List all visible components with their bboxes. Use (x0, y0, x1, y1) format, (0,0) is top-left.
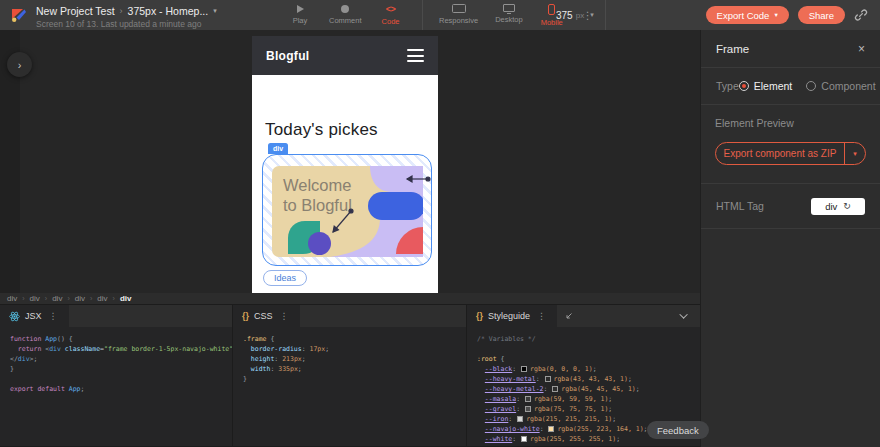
refresh-icon[interactable]: ↻ (843, 201, 851, 211)
selected-element-frame[interactable]: Welcome to Blogful (262, 154, 432, 266)
mode-label: Code (382, 17, 400, 26)
type-label: Type (716, 80, 739, 92)
tab-css[interactable]: {} CSS ⋮ (233, 305, 300, 327)
comment-icon (341, 5, 349, 13)
color-swatch (525, 396, 531, 402)
code-line: return <div className="frame border-1-5p… (10, 344, 232, 354)
device-desktop[interactable]: Desktop (495, 4, 523, 27)
device-label: Desktop (495, 15, 523, 24)
device-responsive[interactable]: Responsive (439, 4, 478, 27)
site-title: Blogful (266, 49, 309, 63)
link-icon[interactable] (854, 8, 868, 22)
color-swatch (521, 366, 527, 372)
code-icon: <> (386, 5, 396, 14)
code-line: width: 335px; (243, 364, 466, 374)
view-mode-switcher: PlayComment<>Code (288, 0, 421, 30)
tab-styleguide[interactable]: {} Styleguide ⋮ (467, 305, 557, 327)
code-line: :root { (477, 354, 700, 364)
mode-label: Play (293, 16, 308, 25)
kebab-menu-icon[interactable]: ⋮ (278, 311, 291, 321)
mode-code[interactable]: <>Code (379, 5, 403, 26)
mobile-icon (548, 4, 555, 15)
type-radio-component[interactable]: Component (806, 80, 875, 92)
hamburger-menu-icon[interactable] (407, 49, 424, 62)
code-line: --heavy-metal: rgba(43, 43, 43, 1); (477, 374, 700, 384)
kebab-menu-icon[interactable]: ⋮ (47, 311, 60, 321)
type-radio-group: ElementComponent (739, 80, 876, 92)
share-button[interactable]: Share (798, 6, 845, 24)
color-swatch (552, 386, 558, 392)
color-swatch (517, 416, 523, 422)
breadcrumb-item[interactable]: div (75, 294, 85, 303)
viewport-width-dropdown[interactable]: 375 px ▾ (556, 0, 594, 30)
code-line: } (10, 364, 232, 374)
tab-jsx[interactable]: JSX ⋮ (0, 305, 69, 327)
braces-icon: {} (242, 311, 249, 321)
screen-status: Screen 10 of 13. Last updated a minute a… (36, 19, 217, 29)
collapse-icon[interactable] (564, 312, 573, 321)
html-tag-label: HTML Tag (716, 200, 811, 212)
code-line (477, 344, 700, 354)
ideas-button[interactable]: Ideas (263, 270, 307, 286)
html-tag-input[interactable]: div ↻ (811, 198, 865, 215)
mode-comment[interactable]: Comment (329, 5, 362, 25)
chevron-down-icon[interactable] (679, 310, 687, 318)
page-name[interactable]: 375px - Homep... (128, 5, 209, 17)
react-icon (9, 311, 20, 322)
code-line: /* Variables */ (477, 334, 700, 344)
annotation-arrows (263, 155, 433, 267)
code-line: --black: rgba(0, 0, 0, 1); (477, 364, 700, 374)
jsx-code: function App() { return <div className="… (0, 327, 232, 394)
type-radio-element[interactable]: Element (739, 80, 793, 92)
viewport-width-value: 375 (556, 10, 573, 21)
project-name[interactable]: New Project Test (36, 5, 115, 17)
export-code-button[interactable]: Export Code ▾ (706, 6, 789, 24)
feedback-button[interactable]: Feedback (647, 421, 709, 439)
responsive-icon (452, 4, 466, 13)
code-line: --masala: rgba(59, 59, 59, 1); (477, 394, 700, 404)
color-swatch (548, 426, 554, 432)
code-line: .frame { (243, 334, 466, 344)
chevron-down-icon: ▾ (590, 11, 594, 19)
radio-label: Component (821, 80, 875, 92)
radio-icon (739, 81, 749, 91)
chevron-right-icon: › (18, 59, 22, 71)
chevron-down-icon[interactable]: ▾ (213, 7, 217, 15)
close-icon[interactable]: × (858, 42, 865, 56)
jsx-panel: JSX ⋮ function App() { return <div class… (0, 305, 232, 446)
expand-panel-button[interactable]: › (7, 52, 32, 77)
color-swatch (525, 406, 531, 412)
viewport-width-unit: px (576, 11, 584, 20)
mode-play[interactable]: Play (288, 5, 312, 25)
inspector-panel: Frame × Type ElementComponent Element Pr… (700, 30, 880, 447)
code-line: } (243, 374, 466, 384)
css-panel: {} CSS ⋮ .frame { border-radius: 17px; h… (233, 305, 466, 446)
anima-logo[interactable] (10, 6, 28, 24)
code-line: --heavy-metal-2: rgba(45, 45, 45, 1); (477, 384, 700, 394)
braces-icon: {} (476, 311, 483, 321)
breadcrumb-item[interactable]: div (97, 294, 107, 303)
code-area: div›div›div›div›div›div JSX (0, 293, 700, 447)
chevron-down-icon[interactable]: ▾ (845, 143, 865, 164)
breadcrumb-item[interactable]: div (7, 294, 17, 303)
device-label: Responsive (439, 16, 478, 25)
element-preview-label: Element Preview (715, 117, 866, 129)
project-breadcrumb[interactable]: New Project Test › 375px - Homep... ▾ Sc… (36, 5, 217, 29)
color-swatch (521, 436, 527, 442)
breadcrumb-separator: › (113, 295, 115, 302)
export-zip-button[interactable]: Export component as ZIP ▾ (715, 142, 866, 165)
breadcrumb-item[interactable]: div (120, 294, 132, 303)
desktop-icon (503, 4, 515, 12)
site-heading: Today's pickes (265, 120, 378, 140)
inspector-title: Frame (716, 43, 858, 55)
breadcrumb-item[interactable]: div (30, 294, 40, 303)
code-line: height: 213px; (243, 354, 466, 364)
radio-icon (806, 81, 816, 91)
breadcrumb-separator: › (45, 295, 47, 302)
kebab-menu-icon[interactable]: ⋮ (535, 311, 548, 321)
topbar: New Project Test › 375px - Homep... ▾ Sc… (0, 0, 880, 30)
code-line: </div>; (10, 354, 232, 364)
breadcrumb-item[interactable]: div (52, 294, 62, 303)
dom-breadcrumb: div›div›div›div›div›div (0, 293, 700, 305)
radio-label: Element (754, 80, 793, 92)
